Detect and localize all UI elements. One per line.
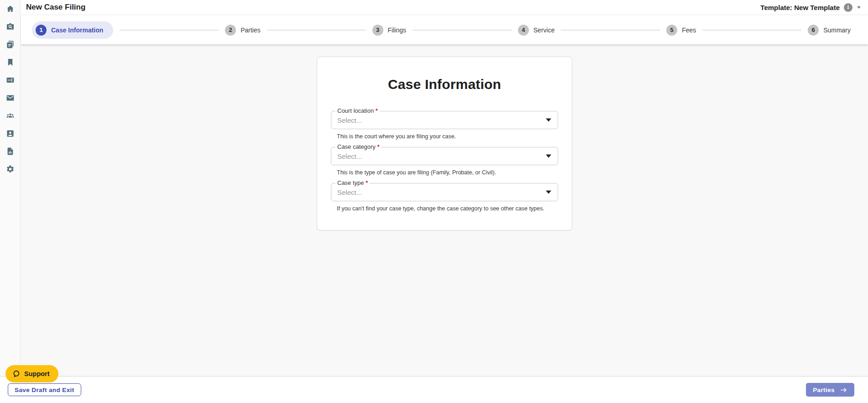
top-bar: New Case Filing Template: New Template i [21,0,868,15]
required-marker: * [376,107,378,114]
step-label: Case Information [51,26,103,34]
case-type-select[interactable]: Case type * Select... [331,183,558,201]
step-number: 5 [666,25,677,36]
step-connector [413,30,512,31]
mail-icon[interactable] [5,93,15,102]
step-label: Filings [388,26,406,34]
select-placeholder: Select... [337,188,362,196]
chevron-down-icon[interactable] [857,6,861,9]
step-case-information[interactable]: 1 Case Information [32,21,113,39]
bookmark-icon[interactable] [5,58,15,67]
wizard-stepper: 1 Case Information 2 Parties 3 Filings 4… [21,16,868,44]
step-connector [561,30,660,31]
case-type-field-group: Case type * Select... If you can't find … [331,183,558,212]
template-selector[interactable]: Template: New Template i [760,3,861,12]
required-marker: * [377,143,379,150]
required-marker: * [366,179,368,186]
chat-bubble-icon [12,370,21,378]
court-location-select[interactable]: Court location * Select... [331,111,558,129]
step-service[interactable]: 4 Service [518,25,555,36]
reports-icon[interactable] [5,147,15,156]
step-number: 4 [518,25,529,36]
select-placeholder: Select... [337,152,362,160]
dropdown-arrow-icon [546,119,551,122]
support-button[interactable]: Support [5,365,58,382]
info-icon[interactable]: i [844,3,852,12]
parties-icon[interactable] [5,111,15,120]
step-connector [267,30,366,31]
select-placeholder: Select... [337,116,362,124]
filings-icon[interactable] [5,40,15,49]
footer-action-bar: Save Draft and Exit Parties [0,376,868,403]
next-step-parties-button[interactable]: Parties [806,383,854,397]
main-content: Case Information Court location * Select… [21,44,868,376]
step-number: 2 [225,25,236,36]
step-number: 1 [36,25,47,36]
step-label: Service [533,26,555,34]
step-parties[interactable]: 2 Parties [225,25,261,36]
case-search-icon[interactable] [5,22,15,31]
step-summary[interactable]: 6 Summary [808,25,851,36]
page-title: New Case Filing [26,3,85,12]
case-information-card: Case Information Court location * Select… [317,57,572,230]
field-helper-text: This is the type of case you are filing … [337,169,558,176]
arrow-right-icon [840,386,847,394]
step-connector [702,30,801,31]
template-label: Template: New Template [760,4,840,11]
next-button-label: Parties [813,387,835,393]
field-helper-text: If you can't find your case type, change… [337,205,558,212]
field-label: Court location * [335,107,380,115]
step-number: 6 [808,25,819,36]
settings-icon[interactable] [5,164,15,173]
support-label: Support [24,370,50,377]
step-label: Fees [682,26,696,34]
payment-icon[interactable] [5,75,15,84]
step-filings[interactable]: 3 Filings [372,25,406,36]
home-icon[interactable] [5,4,15,13]
field-helper-text: This is the court where you are filing y… [337,133,558,140]
step-label: Parties [241,26,261,34]
court-location-field-group: Court location * Select... This is the c… [331,111,558,140]
field-label: Case category * [335,143,382,151]
step-number: 3 [372,25,383,36]
field-label: Case type * [335,179,370,187]
dropdown-arrow-icon [546,191,551,194]
contacts-icon[interactable] [5,129,15,138]
step-label: Summary [823,26,851,34]
dropdown-arrow-icon [546,155,551,158]
case-category-select[interactable]: Case category * Select... [331,147,558,165]
case-category-field-group: Case category * Select... This is the ty… [331,147,558,176]
left-icon-rail [0,0,21,376]
save-draft-button[interactable]: Save Draft and Exit [8,383,81,396]
step-fees[interactable]: 5 Fees [666,25,696,36]
step-connector [120,30,219,31]
card-title: Case Information [331,77,558,92]
